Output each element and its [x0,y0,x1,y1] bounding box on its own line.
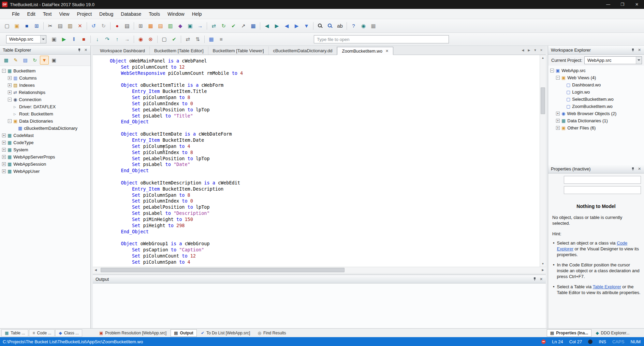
todo-list-icon[interactable]: ✔ [229,21,238,30]
menu-edit[interactable]: Edit [24,9,39,19]
tree-item-codetype[interactable]: +▦CodeType [0,139,90,146]
next-bookmark-icon[interactable]: ▶ [292,21,301,30]
tab-scroll-right-icon[interactable]: ▶ [526,47,532,53]
tab-properties[interactable]: ▤Properties (Ina... [547,329,591,337]
step-over-icon[interactable]: ↷ [103,34,112,44]
code-line[interactable]: Set piColumnIndex to 8 [110,150,540,156]
code-line[interactable] [110,235,540,241]
check-updates-icon[interactable]: ◉ [359,21,368,30]
tab-ddo-explorer[interactable]: ◆DDO Explorer... [592,329,633,337]
pin-icon[interactable] [76,47,82,53]
menu-view[interactable]: View [55,9,73,19]
pin-icon[interactable] [630,47,636,53]
toggle-breakpoint-icon[interactable]: ◉ [136,34,145,44]
tree-item-other-files-6[interactable]: +▣Other Files (6) [548,124,644,132]
tree-item-data-dictionaries[interactable]: −▣Data Dictionaries [0,117,90,125]
code-line[interactable]: Set psLabel to "Title" [110,113,540,119]
save-all-icon[interactable]: ⊞ [32,21,41,30]
menu-tools[interactable]: Tools [145,9,164,19]
database-connect-icon[interactable]: ⇄ [209,21,218,30]
scroll-right-icon[interactable]: ▶ [540,267,546,273]
collapse-icon[interactable]: − [556,76,560,80]
tab-find-results[interactable]: ◎Find Results [254,329,289,337]
document-tab-workspace-dashboard[interactable]: Workspace Dashboard [96,46,150,55]
table-options-icon[interactable]: ▣ [49,56,58,65]
help-icon[interactable]: ? [349,21,358,30]
code-line[interactable]: Set piColumnSpan to 8 [110,95,540,101]
tree-item-codemast[interactable]: +▦CodeMast [0,132,90,139]
code-line[interactable]: Entry_Item BucketItem.Title [110,88,540,95]
code-line[interactable]: Object oWebGroup1 is a cWebGroup [110,241,540,247]
save-icon[interactable]: ■ [22,21,31,30]
expand-icon[interactable]: + [2,148,6,152]
code-line[interactable]: Set piMinHeight to 150 [110,217,540,223]
tab-list-dropdown-icon[interactable]: ▼ [532,47,538,53]
report-wizard-icon[interactable]: ▥ [166,21,175,30]
tree-item-web-browser-objects-2[interactable]: +◉Web Browser Objects (2) [548,110,644,117]
code-line[interactable]: Set psLabel to "Description" [110,210,540,217]
code-line[interactable]: Entry_Item BucketItem.Description [110,186,540,192]
expand-icon[interactable]: + [556,119,560,123]
tab-problem-resolution[interactable]: ▣Problem Resolution [WebApp.src] [96,329,170,337]
filter-icon[interactable]: ▼ [40,56,49,65]
tab-todo-list[interactable]: ✔To Do List [WebApp.src] [197,329,254,337]
refresh-tables-icon[interactable]: ↻ [30,56,39,65]
horizontal-scrollbar-thumb[interactable] [101,268,345,272]
code-line[interactable] [110,174,540,180]
link-columns-icon[interactable]: ⇅ [193,34,202,44]
toggle-bookmark-icon[interactable]: ▼ [302,21,311,30]
code-line[interactable]: Set piHeight to 298 [110,223,540,229]
navigate-forward-icon[interactable]: ▶ [272,21,281,30]
scroll-down-icon[interactable]: ▼ [540,261,546,267]
pin-icon[interactable] [532,276,538,282]
expand-icon[interactable]: + [8,83,12,87]
close-panel-icon[interactable]: ✕ [538,276,544,282]
synchronize-icon[interactable]: ↻ [219,21,228,30]
document-tab-bucketitem-table-editor[interactable]: BucketItem [Table Editor] [150,46,208,55]
expand-arrow-icon[interactable]: ▷ [14,105,17,109]
migration-wizard-icon[interactable]: → [195,21,205,30]
object-selector-combo[interactable] [564,176,641,184]
close-tab-icon[interactable]: ✕ [385,49,389,53]
code-line[interactable]: Object oBucketItemDescription is a cWebE… [110,180,540,186]
code-line[interactable]: Set piColumnSpan to 4 [110,143,540,150]
snapshot-icon[interactable]: ▢ [160,34,169,44]
menu-debug[interactable]: Debug [96,9,117,19]
code-line[interactable]: Entry_Item BucketItem.Date [110,137,540,143]
tree-item-zoombucketitem-wo[interactable]: ▢ZoomBucketItem.wo [548,103,644,110]
file-open-input[interactable] [314,35,449,43]
database-builder-icon[interactable]: ▦ [249,21,258,30]
scroll-left-icon[interactable]: ◀ [93,267,99,273]
property-filter-combo[interactable] [564,186,641,194]
menu-database[interactable]: Database [117,9,145,19]
code-line[interactable] [110,77,540,83]
record-macro-icon[interactable]: ● [113,21,122,30]
paste-icon[interactable]: ▥ [65,21,75,30]
expand-icon[interactable]: + [2,169,6,173]
find-in-files-icon[interactable] [325,21,335,30]
code-line[interactable]: Set piColumnCount to 12 [110,253,540,259]
disable-breakpoints-icon[interactable]: ⊗ [146,34,155,44]
close-document-icon[interactable]: ✕ [538,47,544,53]
document-tab-zoombucketitem-wo[interactable]: ZoomBucketItem.wo✕ [337,47,393,55]
tree-item-cbucketitemdatadictionary[interactable]: ▦cBucketItemDataDictionary [0,125,90,132]
tree-item-columns[interactable]: +▥Columns [0,74,90,82]
code-line[interactable]: Set peLabelPosition to lpTop [110,156,540,162]
link-tables-icon[interactable]: ⇄ [183,34,192,44]
build-status-icon[interactable] [588,340,592,344]
code-line[interactable]: End_Object [110,229,540,235]
code-line[interactable]: Set piColumnSpan to 8 [110,192,540,198]
horizontal-scrollbar[interactable]: ◀ ▶ [93,267,546,273]
collapse-icon[interactable]: − [550,69,554,72]
pause-icon[interactable]: ‖ [69,34,78,44]
code-line[interactable]: Object oBucketItemTitle is a cWebForm [110,82,540,88]
run-icon[interactable]: ▶ [59,34,69,44]
delete-icon[interactable]: ✕ [75,21,85,30]
tab-scroll-left-icon[interactable]: ◀ [520,47,526,53]
workspace-dashboard-icon[interactable]: ▦ [146,21,155,30]
tree-item-webappsession[interactable]: +▦WebAppSession [0,161,90,168]
close-panel-icon[interactable]: ✕ [636,47,642,53]
expand-icon[interactable]: + [2,134,6,137]
new-table-icon[interactable]: ▦ [2,56,11,65]
tree-item-webappserverprops[interactable]: +▦WebAppServerProps [0,153,90,161]
